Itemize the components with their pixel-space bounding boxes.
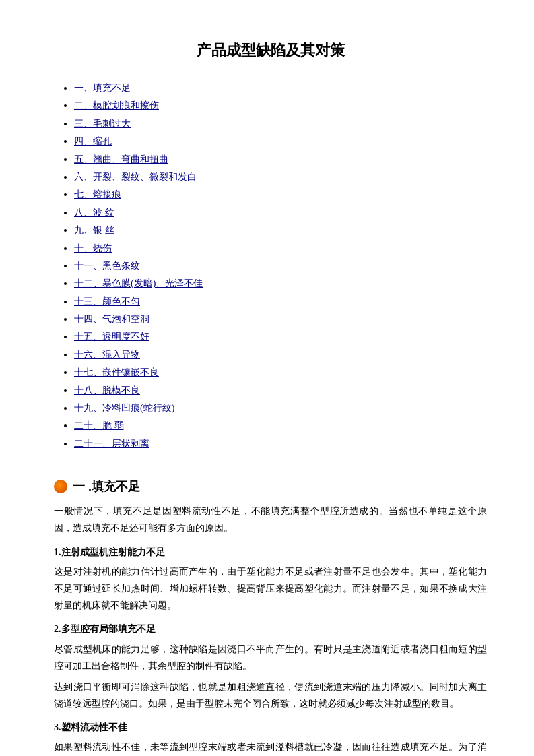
toc-item-16: 十六、混入异物: [74, 348, 487, 363]
toc-link-21[interactable]: 二十一、层状剥离: [74, 439, 149, 449]
sub-section-1-3-title: 3.塑料流动性不佳: [54, 719, 487, 736]
toc-link-4[interactable]: 四、缩孔: [74, 136, 112, 146]
toc-link-12[interactable]: 十二、暴色膜(发暗)、光泽不佳: [74, 278, 203, 288]
table-of-contents: 一、填充不足 二、模腔划痕和擦伤 三、毛刺过大 四、缩孔 五、翘曲、弯曲和扭曲 …: [54, 81, 487, 451]
section-1: 一 .填充不足 一般情况下，填充不足是因塑料流动性不足，不能填充满整个型腔所造成…: [54, 478, 487, 756]
toc-link-10[interactable]: 十、烧伤: [74, 243, 112, 253]
sub-section-1-1-body: 这是对注射机的能力估计过高而产生的，由于塑化能力不足或者注射量不足也会发生。其中…: [54, 563, 487, 615]
toc-link-15[interactable]: 十五、透明度不好: [74, 332, 149, 342]
toc-item-14: 十四、气泡和空洞: [74, 312, 487, 327]
toc-link-20[interactable]: 二十、脆 弱: [74, 420, 124, 431]
toc-link-5[interactable]: 五、翘曲、弯曲和扭曲: [74, 154, 168, 164]
toc-item-21: 二十一、层状剥离: [74, 437, 487, 451]
toc-item-11: 十一、黑色条纹: [74, 259, 487, 274]
section-1-body: 一般情况下，填充不足是因塑料流动性不足，不能填充满整个型腔所造成的。当然也不单纯…: [54, 503, 487, 756]
toc-link-16[interactable]: 十六、混入异物: [74, 350, 140, 360]
toc-item-13: 十三、颜色不匀: [74, 294, 487, 309]
toc-item-17: 十七、嵌件镶嵌不良: [74, 365, 487, 380]
section-bullet-icon: [54, 480, 67, 493]
toc-link-6[interactable]: 六、开裂、裂纹、微裂和发白: [74, 172, 197, 182]
toc-item-9: 九、银 丝: [74, 223, 487, 238]
toc-item-6: 六、开裂、裂纹、微裂和发白: [74, 170, 487, 185]
section-1-title: 一 .填充不足: [73, 478, 140, 495]
sub-section-1-2-title: 2.多型腔有局部填充不足: [54, 621, 487, 637]
sub-section-1-1-title: 1.注射成型机注射能力不足: [54, 544, 487, 561]
toc-link-9[interactable]: 九、银 丝: [74, 225, 114, 235]
section-1-intro: 一般情况下，填充不足是因塑料流动性不足，不能填充满整个型腔所造成的。当然也不单纯…: [54, 503, 487, 536]
toc-link-8[interactable]: 八、波 纹: [74, 208, 114, 218]
toc-item-18: 十八、脱模不良: [74, 383, 487, 398]
toc-link-3[interactable]: 三、毛刺过大: [74, 119, 131, 129]
toc-item-12: 十二、暴色膜(发暗)、光泽不佳: [74, 276, 487, 291]
toc-item-10: 十、烧伤: [74, 241, 487, 256]
toc-link-17[interactable]: 十七、嵌件镶嵌不良: [74, 367, 159, 377]
toc-item-3: 三、毛刺过大: [74, 117, 487, 131]
toc-link-2[interactable]: 二、模腔划痕和擦伤: [74, 100, 159, 111]
toc-item-4: 四、缩孔: [74, 134, 487, 149]
toc-link-11[interactable]: 十一、黑色条纹: [74, 261, 140, 271]
sub-section-1-2-body2: 达到浇口平衡即可消除这种缺陷，也就是加粗浇道直径，使流到浇道末端的压力降减小。同…: [54, 679, 487, 712]
toc-item-15: 十五、透明度不好: [74, 329, 487, 344]
toc-link-13[interactable]: 十三、颜色不匀: [74, 296, 140, 307]
toc-item-7: 七、熔接痕: [74, 187, 487, 202]
sub-section-1-2-body1: 尽管成型机床的能力足够，这种缺陷是因浇口不平而产生的。有时只是主浇道附近或者浇口…: [54, 641, 487, 674]
toc-link-19[interactable]: 十九、冷料凹痕(蛇行纹): [74, 403, 174, 413]
sub-section-1-3-body: 如果塑料流动性不佳，未等流到型腔末端或者未流到溢料槽就已冷凝，因而往往造成填充不…: [54, 738, 487, 756]
page-title: 产品成型缺陷及其对策: [54, 40, 487, 61]
toc-link-7[interactable]: 七、熔接痕: [74, 189, 121, 199]
toc-item-5: 五、翘曲、弯曲和扭曲: [74, 152, 487, 167]
toc-link-18[interactable]: 十八、脱模不良: [74, 385, 140, 396]
toc-link-1[interactable]: 一、填充不足: [74, 83, 131, 93]
toc-item-20: 二十、脆 弱: [74, 418, 487, 433]
section-1-header: 一 .填充不足: [54, 478, 487, 495]
toc-link-14[interactable]: 十四、气泡和空洞: [74, 314, 149, 324]
toc-item-8: 八、波 纹: [74, 206, 487, 220]
toc-item-2: 二、模腔划痕和擦伤: [74, 98, 487, 113]
toc-item-19: 十九、冷料凹痕(蛇行纹): [74, 401, 487, 416]
toc-item-1: 一、填充不足: [74, 81, 487, 96]
